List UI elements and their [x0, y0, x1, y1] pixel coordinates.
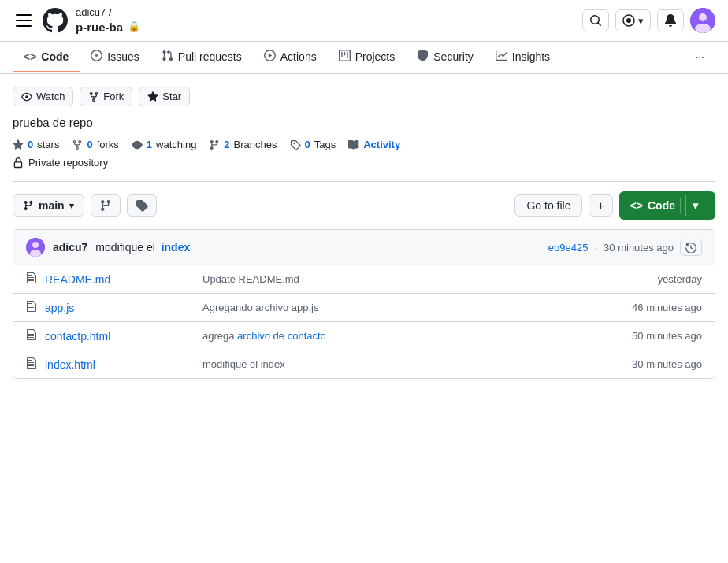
appjs-link[interactable]: app.js — [45, 302, 74, 314]
pr-icon — [162, 50, 173, 64]
svg-point-6 — [699, 13, 707, 21]
tab-security[interactable]: Security — [406, 42, 485, 73]
tab-issues[interactable]: Issues — [80, 42, 150, 73]
commit-time: 30 minutes ago — [604, 242, 674, 254]
tab-code[interactable]: <> Code — [13, 43, 80, 72]
avatar[interactable] — [690, 8, 715, 33]
header-left: adicu7 / p-rue-ba 🔒 — [13, 6, 140, 35]
file-row: index.html modifique el index 30 minutes… — [13, 350, 715, 378]
commit-message: modifique el index — [95, 241, 190, 254]
tags-count[interactable]: 0 — [305, 139, 310, 150]
divider — [13, 181, 715, 182]
code-btn-chevron: ▾ — [685, 195, 704, 216]
commit-history-button[interactable] — [680, 239, 702, 256]
readme-link[interactable]: README.md — [45, 273, 110, 286]
add-file-button[interactable]: + — [589, 194, 612, 217]
projects-icon — [339, 50, 351, 64]
svg-point-7 — [695, 24, 711, 33]
svg-rect-1 — [16, 20, 32, 21]
watching-count[interactable]: 1 — [147, 139, 152, 150]
lock-icon: 🔒 — [128, 20, 140, 34]
fork-button[interactable]: Fork — [80, 87, 132, 106]
notifications-button[interactable] — [657, 9, 684, 31]
branches-stat[interactable]: 2 Branches — [209, 139, 277, 150]
file-commit-msg: Agregando archivo app.js — [202, 302, 607, 313]
commit-author-name: adicu7 — [53, 241, 87, 254]
star-button[interactable]: Star — [139, 87, 190, 106]
file-icon — [26, 300, 37, 315]
go-to-file-button[interactable]: Go to file — [514, 194, 582, 217]
repo-path: adicu7 / p-rue-ba 🔒 — [76, 6, 140, 35]
branch-name: main — [39, 199, 65, 212]
repo-actions: Watch Fork Star — [13, 87, 715, 106]
forks-count[interactable]: 0 — [87, 139, 92, 150]
tags-icon-button[interactable] — [127, 194, 157, 217]
file-commit-msg: agrega archivo de contacto — [202, 330, 607, 342]
tab-projects[interactable]: Projects — [328, 42, 407, 73]
stars-count[interactable]: 0 — [28, 139, 33, 150]
repo-description: prueba de repo — [13, 116, 715, 129]
copilot-chevron: ▾ — [638, 15, 644, 27]
tab-insights[interactable]: Insights — [485, 42, 561, 73]
stars-stat[interactable]: 0 stars — [13, 139, 59, 150]
commit-row: adicu7 modifique el index eb9e425 · 30 m… — [13, 230, 715, 265]
branch-selector[interactable]: main ▾ — [13, 194, 84, 217]
commit-message-link[interactable]: index — [162, 241, 191, 254]
svg-point-4 — [626, 18, 631, 23]
code-btn-icon: <> — [630, 199, 643, 212]
top-header: adicu7 / p-rue-ba 🔒 ▾ — [0, 0, 728, 42]
private-badge: Private repository — [13, 157, 715, 169]
tags-stat[interactable]: 0 Tags — [290, 139, 336, 150]
tab-more[interactable]: ··· — [684, 43, 715, 72]
activity-link[interactable]: Activity — [363, 139, 400, 150]
branch-toolbar-left: main ▾ — [13, 194, 157, 217]
contacto-link[interactable]: archivo de contacto — [237, 330, 326, 342]
file-row: README.md Update README.md yesterday — [13, 265, 715, 294]
file-time: 50 minutes ago — [607, 330, 702, 342]
tab-pull-requests[interactable]: Pull requests — [150, 42, 253, 73]
repo-owner: adicu7 / — [76, 6, 140, 20]
file-name: index.html — [45, 358, 202, 371]
copilot-button[interactable]: ▾ — [615, 9, 651, 31]
branches-icon-button[interactable] — [91, 194, 121, 217]
chevron-down-icon: ▾ — [69, 201, 74, 211]
file-time: 46 minutes ago — [607, 302, 702, 313]
tab-actions[interactable]: Actions — [253, 42, 328, 73]
file-time: yesterday — [607, 273, 702, 285]
file-icon — [26, 328, 37, 343]
svg-rect-0 — [16, 14, 32, 16]
commit-author-avatar — [26, 238, 45, 257]
commit-separator: · — [594, 242, 597, 254]
code-dropdown-button[interactable]: <> Code ▾ — [619, 191, 715, 220]
security-icon — [417, 50, 429, 64]
repo-nav: <> Code Issues Pull requests Actions Pro… — [0, 42, 728, 74]
file-time: 30 minutes ago — [607, 358, 702, 370]
hamburger-button[interactable] — [13, 11, 35, 30]
svg-point-9 — [32, 242, 39, 248]
github-logo — [43, 8, 68, 33]
file-name: contactp.html — [45, 330, 202, 343]
code-icon: <> — [24, 50, 36, 63]
file-commit-msg: modifique el index — [202, 358, 607, 370]
branches-count[interactable]: 2 — [224, 139, 229, 150]
watch-button[interactable]: Watch — [13, 87, 73, 106]
branch-toolbar-right: Go to file + <> Code ▾ — [514, 191, 715, 220]
file-icon — [26, 357, 37, 372]
repo-name: p-rue-ba — [76, 20, 123, 35]
search-button[interactable] — [582, 9, 609, 31]
forks-stat[interactable]: 0 forks — [72, 139, 118, 150]
watching-stat[interactable]: 1 watching — [132, 139, 197, 150]
activity-stat[interactable]: Activity — [348, 139, 400, 150]
indexhtml-link[interactable]: index.html — [45, 358, 95, 371]
repo-name-row: p-rue-ba 🔒 — [76, 20, 140, 35]
file-commit-msg: Update README.md — [202, 273, 607, 285]
file-icon — [26, 272, 37, 287]
contacthtml-link[interactable]: contactp.html — [45, 330, 110, 343]
branch-toolbar: main ▾ Go to file + <> Code ▾ — [13, 191, 715, 220]
file-name: app.js — [45, 302, 202, 314]
commit-hash-link[interactable]: eb9e425 — [548, 242, 589, 254]
file-table: adicu7 modifique el index eb9e425 · 30 m… — [13, 229, 715, 379]
insights-icon — [496, 50, 507, 64]
svg-rect-2 — [16, 25, 32, 27]
file-row: app.js Agregando archivo app.js 46 minut… — [13, 294, 715, 322]
